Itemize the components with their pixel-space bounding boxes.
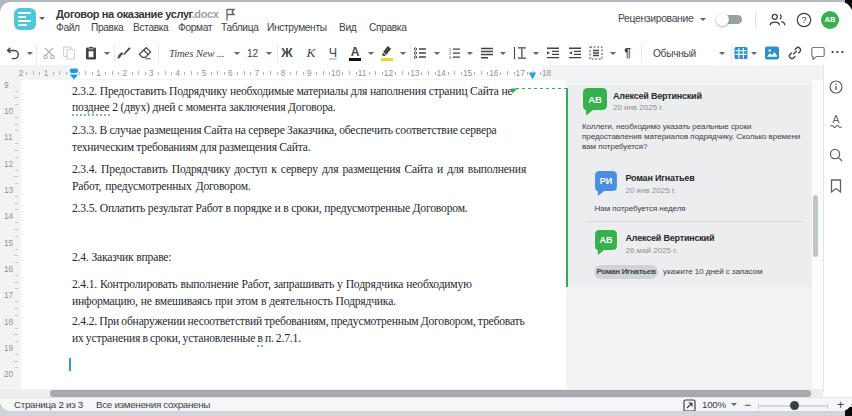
svg-text:?: ? <box>801 15 806 25</box>
svg-text:АВ: АВ <box>588 94 602 105</box>
svg-text:А: А <box>832 114 839 125</box>
svg-text:АВ: АВ <box>599 235 613 245</box>
svg-text:РИ: РИ <box>599 176 612 186</box>
svg-text:3: 3 <box>448 55 451 59</box>
